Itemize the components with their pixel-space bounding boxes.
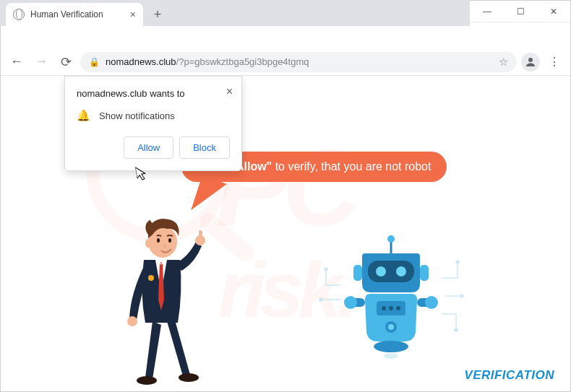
svg-point-20 (396, 266, 406, 276)
maximize-button[interactable]: ☐ (504, 1, 537, 22)
svg-point-15 (455, 328, 458, 331)
close-window-button[interactable]: ✕ (537, 1, 570, 22)
browser-toolbar: ← → ⟳ 🔒 nomadnews.club/?p=gbswkztbga5gi3… (1, 48, 570, 76)
verification-label: VERIFICATION (464, 368, 554, 383)
svg-point-11 (325, 268, 327, 271)
url-domain: nomadnews.club (106, 56, 176, 67)
minimize-button[interactable]: — (471, 1, 504, 22)
permission-text: Show notifications (99, 110, 175, 121)
svg-rect-5 (199, 230, 202, 240)
svg-point-32 (425, 296, 438, 309)
svg-rect-18 (368, 261, 414, 282)
page-content: PCrisk. nomadnews.club wants to × 🔔 Show… (1, 76, 570, 391)
profile-avatar[interactable] (521, 53, 540, 71)
allow-button[interactable]: Allow (124, 136, 173, 159)
svg-point-19 (376, 266, 386, 276)
browser-tab[interactable]: Human Verification × (6, 3, 143, 26)
robot-illustration (319, 227, 463, 372)
svg-point-28 (388, 324, 394, 330)
svg-point-34 (384, 353, 398, 359)
reload-button[interactable]: ⟳ (56, 52, 76, 72)
browser-window: Human Verification × + — ☐ ✕ ← → ⟳ 🔒 nom… (0, 0, 571, 392)
close-icon[interactable]: × (226, 85, 233, 98)
lock-icon: 🔒 (89, 57, 100, 67)
person-icon (524, 56, 537, 69)
svg-point-6 (148, 275, 154, 281)
bookmark-star-icon[interactable]: ☆ (499, 56, 508, 69)
tab-title: Human Verification (30, 9, 103, 19)
svg-point-17 (387, 235, 395, 243)
back-button[interactable]: ← (7, 52, 27, 72)
svg-point-30 (344, 296, 357, 309)
address-bar[interactable]: 🔒 nomadnews.club/?p=gbswkztbga5gi3bpge4t… (80, 52, 517, 72)
svg-point-13 (456, 261, 459, 263)
svg-point-8 (145, 239, 151, 248)
permission-title: nomadnews.club wants to (77, 88, 185, 99)
url-path: /?p=gbswkztbga5gi3bpge4tgmq (176, 56, 309, 67)
svg-point-0 (528, 58, 533, 62)
svg-point-2 (179, 373, 199, 382)
svg-point-14 (460, 295, 463, 297)
forward-button[interactable]: → (31, 52, 51, 72)
tab-strip: Human Verification × + (0, 0, 470, 26)
svg-point-10 (168, 238, 171, 243)
close-tab-icon[interactable]: × (130, 9, 136, 20)
globe-icon (13, 9, 25, 20)
svg-point-24 (382, 306, 386, 310)
notification-permission-prompt: nomadnews.club wants to × 🔔 Show notific… (64, 76, 242, 171)
menu-button[interactable]: ⋮ (544, 52, 564, 72)
svg-point-25 (389, 306, 393, 310)
new-tab-button[interactable]: + (147, 4, 168, 25)
svg-rect-22 (420, 265, 429, 281)
bubble-text-post: to verify, that you are not robot (272, 160, 431, 173)
svg-point-1 (137, 376, 157, 385)
svg-point-26 (396, 306, 400, 310)
svg-point-9 (157, 238, 160, 243)
svg-point-3 (127, 316, 137, 326)
block-button[interactable]: Block (179, 136, 230, 159)
bell-icon: 🔔 (77, 109, 90, 122)
businessman-illustration (109, 199, 225, 386)
svg-point-12 (319, 298, 322, 301)
svg-rect-21 (353, 265, 362, 281)
svg-point-33 (374, 341, 408, 352)
